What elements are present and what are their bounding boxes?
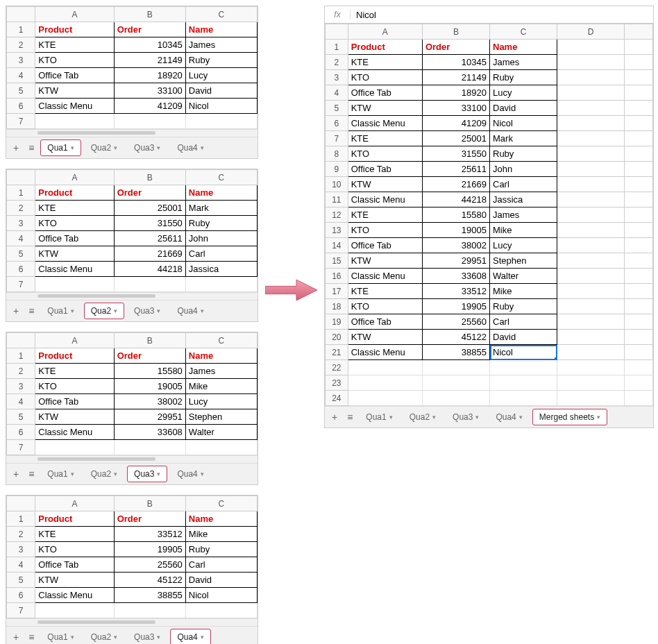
- cell-order[interactable]: 21669: [422, 177, 489, 192]
- cell-name[interactable]: Lucy: [490, 85, 557, 101]
- row-header[interactable]: 16: [326, 269, 348, 284]
- empty-cell[interactable]: [422, 391, 489, 406]
- cell-name[interactable]: Ruby: [185, 542, 257, 557]
- cell-name[interactable]: Nicol: [490, 345, 557, 360]
- cell-name[interactable]: David: [490, 101, 557, 116]
- empty-cell[interactable]: [422, 360, 489, 375]
- empty-cell[interactable]: [557, 360, 625, 375]
- cell-name[interactable]: Lucy: [185, 68, 257, 83]
- row-header[interactable]: 1: [7, 348, 35, 364]
- cell-name[interactable]: John: [490, 162, 557, 177]
- cell-order[interactable]: 25611: [422, 162, 489, 177]
- cell-name[interactable]: Ruby: [490, 70, 557, 85]
- cell-order[interactable]: 38002: [114, 394, 185, 409]
- empty-cell[interactable]: [557, 253, 625, 269]
- cell-product[interactable]: KTE: [35, 201, 114, 216]
- empty-cell[interactable]: [625, 55, 653, 70]
- cell-name[interactable]: James: [185, 364, 257, 379]
- row-header[interactable]: 10: [326, 177, 348, 192]
- empty-cell[interactable]: [114, 114, 185, 129]
- cell-product[interactable]: Office Tab: [35, 557, 114, 573]
- row-header[interactable]: 6: [7, 99, 35, 114]
- empty-cell[interactable]: [557, 131, 625, 146]
- sheet-tab-qua4[interactable]: Qua4▾: [171, 466, 210, 482]
- col-header-b[interactable]: B: [114, 7, 185, 22]
- row-header[interactable]: 2: [7, 364, 35, 379]
- empty-cell[interactable]: [557, 284, 625, 299]
- cell-product[interactable]: KTE: [348, 207, 422, 223]
- col-header-c[interactable]: C: [490, 24, 557, 40]
- cell-order[interactable]: 19905: [422, 299, 489, 314]
- cell-order[interactable]: 45122: [114, 573, 185, 588]
- empty-cell[interactable]: [114, 440, 185, 455]
- empty-cell[interactable]: [625, 345, 653, 360]
- col-header-b[interactable]: B: [114, 496, 185, 511]
- row-header[interactable]: 5: [326, 101, 348, 116]
- empty-cell[interactable]: [557, 391, 625, 406]
- sheet-tab-qua2[interactable]: Qua2▾: [85, 140, 124, 155]
- empty-cell[interactable]: [557, 223, 625, 238]
- row-header[interactable]: 4: [7, 231, 35, 246]
- empty-cell[interactable]: [557, 177, 625, 192]
- empty-cell[interactable]: [490, 360, 557, 375]
- cell-order[interactable]: 25001: [114, 201, 185, 216]
- sheet-tab-qua1[interactable]: Qua1▾: [41, 303, 80, 319]
- row-header[interactable]: 2: [7, 201, 35, 216]
- cell-product[interactable]: Classic Menu: [348, 345, 422, 360]
- cell-order[interactable]: 29951: [422, 253, 489, 269]
- all-sheets-button[interactable]: ≡: [26, 304, 37, 318]
- sheet-tab-qua3[interactable]: Qua3▾: [446, 409, 485, 425]
- cell-product[interactable]: KTE: [348, 284, 422, 299]
- all-sheets-button[interactable]: ≡: [26, 467, 37, 481]
- cell-order[interactable]: 31550: [422, 146, 489, 162]
- cell-product[interactable]: Office Tab: [348, 238, 422, 253]
- empty-cell[interactable]: [625, 330, 653, 345]
- cell-product[interactable]: KTE: [35, 527, 114, 542]
- cell-product[interactable]: KTO: [35, 379, 114, 394]
- cell-name[interactable]: Mike: [490, 223, 557, 238]
- cell-name[interactable]: Stephen: [490, 253, 557, 269]
- cell-product[interactable]: Office Tab: [348, 314, 422, 330]
- cell-product[interactable]: KTO: [35, 216, 114, 231]
- empty-cell[interactable]: [114, 603, 185, 618]
- add-sheet-button[interactable]: +: [10, 141, 22, 155]
- empty-cell[interactable]: [625, 269, 653, 284]
- empty-cell[interactable]: [557, 146, 625, 162]
- cell-product[interactable]: KTO: [35, 53, 114, 68]
- sheet-tab-qua1[interactable]: Qua1▾: [41, 629, 80, 644]
- empty-cell[interactable]: [348, 375, 422, 391]
- cell-product[interactable]: KTO: [348, 70, 422, 85]
- cell-name[interactable]: Carl: [490, 177, 557, 192]
- row-header[interactable]: 18: [326, 299, 348, 314]
- empty-cell[interactable]: [625, 146, 653, 162]
- empty-cell[interactable]: [557, 101, 625, 116]
- sheet-tab-qua3[interactable]: Qua3▾: [128, 629, 167, 644]
- cell-product[interactable]: KTW: [35, 246, 114, 262]
- cell-name[interactable]: Jassica: [490, 192, 557, 207]
- col-header-a[interactable]: A: [35, 333, 114, 348]
- cell-product[interactable]: Classic Menu: [35, 262, 114, 277]
- empty-cell[interactable]: [625, 238, 653, 253]
- empty-cell[interactable]: [35, 603, 114, 618]
- empty-cell[interactable]: [625, 101, 653, 116]
- cell-name[interactable]: Mike: [490, 284, 557, 299]
- cell-name[interactable]: Mike: [185, 379, 257, 394]
- add-sheet-button[interactable]: +: [329, 410, 340, 424]
- select-all-corner[interactable]: [7, 7, 35, 22]
- cell-product[interactable]: Classic Menu: [348, 116, 422, 131]
- select-all-corner[interactable]: [7, 170, 35, 185]
- empty-cell[interactable]: [557, 375, 625, 391]
- cell-name[interactable]: Lucy: [490, 238, 557, 253]
- row-header[interactable]: 7: [7, 440, 35, 455]
- cell-product[interactable]: KTW: [35, 409, 114, 425]
- row-header[interactable]: 5: [7, 83, 35, 99]
- empty-cell[interactable]: [625, 207, 653, 223]
- row-header[interactable]: 23: [326, 375, 348, 391]
- sheet-tab-qua4[interactable]: Qua4▾: [171, 629, 210, 644]
- empty-cell[interactable]: [114, 277, 185, 292]
- row-header[interactable]: 5: [7, 573, 35, 588]
- cell-product[interactable]: Classic Menu: [35, 425, 114, 440]
- cell-product[interactable]: Office Tab: [348, 85, 422, 101]
- row-header[interactable]: 3: [326, 70, 348, 85]
- cell-order[interactable]: 25001: [422, 131, 489, 146]
